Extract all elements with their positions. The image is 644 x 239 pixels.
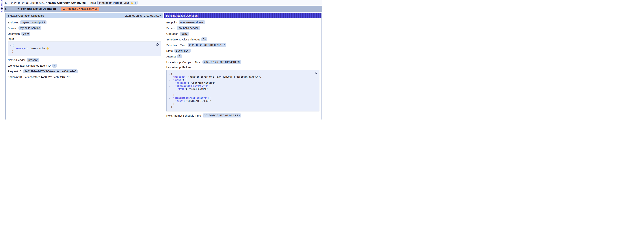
field-row: Servicemy-hello-service [166, 26, 320, 30]
field-value-badge: my-hello-service [18, 26, 41, 30]
json-text: "type": "UPSTREAM_TIMEOUT" [171, 100, 211, 103]
chevron-down-icon[interactable] [168, 96, 171, 100]
field-row: StateBackingOff [166, 49, 320, 53]
field-value-badge: 3 [178, 54, 182, 58]
field-label: State [166, 49, 173, 52]
field-row: Operationecho [8, 32, 161, 36]
scheduled-event-panel: 5 Nexus Operation Scheduled 2025-02-26 U… [5, 13, 163, 120]
event-id-link[interactable]: 5 [5, 1, 8, 4]
circle-outline-icon [1, 2, 2, 3]
pending-title: Pending Nexus Operation [21, 7, 56, 10]
field-row: Endpointmy-nexus-endpoint [8, 20, 161, 24]
field-row: Endpoint ID3c0c75ccfa8144b092c13ce632463… [8, 75, 161, 79]
json-line: "type": "UPSTREAM_TIMEOUT" [168, 100, 312, 103]
field-label: Nexus Header [8, 58, 25, 62]
json-text: } [12, 50, 14, 53]
field-label: Scheduled Time [166, 44, 186, 47]
json-gutter [9, 47, 12, 50]
field-row: Endpointmy-nexus-endpoint [166, 20, 320, 24]
panel-title: Pending Nexus Operation [166, 14, 198, 17]
json-gutter [168, 90, 171, 94]
field-label: Next Attempt Schedule Time [166, 114, 201, 117]
json-text: } [171, 90, 177, 94]
json-line: { [168, 72, 312, 76]
json-gutter [9, 50, 12, 53]
field-value-badge: 2025-02-26 UTC 01:04:10.09 [202, 60, 241, 64]
json-gutter [168, 82, 171, 84]
retry-arrow-icon [62, 8, 65, 10]
input-group-label: Input [8, 37, 161, 40]
event-id-link[interactable]: 5 [5, 7, 8, 10]
field-label: Request ID [8, 70, 22, 73]
timeline-bar [2, 0, 3, 12]
scheduled-panel-header: 5 Nexus Operation Scheduled 2025-02-26 U… [6, 13, 163, 18]
field-value-badge: BackingOff [174, 49, 191, 53]
panel-title: 5 Nexus Operation Scheduled [8, 14, 44, 17]
copy-icon [314, 71, 318, 74]
input-value-chip: {"Message":"Nexus Echo 👋"} [98, 1, 138, 5]
json-line: "message": "upstream timeout", [168, 82, 312, 84]
attempt-retry-text: Attempt 3 • Next Retry 0s [66, 7, 98, 10]
field-row: Schedule To Close Timeout0s [166, 37, 320, 41]
json-line: "nexusHandlerFailureInfo": { [168, 96, 312, 100]
field-value-badge: 2025-02-26 UTC 01:03:37.07 [188, 43, 226, 47]
json-text: "type": "NexusFailure" [171, 88, 208, 90]
json-text: "message": "upstream timeout", [171, 82, 217, 84]
attempt-retry-badge: Attempt 3 • Next Retry 0s [60, 6, 100, 11]
filled-dot-icon [1, 8, 2, 9]
json-text: { [12, 44, 14, 47]
copy-button[interactable] [156, 43, 159, 47]
pending-panel-header: Pending Nexus Operation [164, 13, 322, 18]
field-label: Endpoint [166, 21, 177, 24]
field-row: Workflow Task Completed Event ID4 [8, 64, 161, 68]
json-gutter [168, 76, 171, 78]
pending-asterisk-icon [17, 7, 20, 10]
field-row: Last Attempt Complete Time2025-02-26 UTC… [166, 60, 320, 64]
json-line: "applicationFailureInfo": { [168, 84, 312, 88]
field-value-badge: 4 [52, 64, 57, 68]
chevron-down-icon[interactable] [168, 72, 171, 76]
failure-group-label: Last Attempt Failure [166, 66, 320, 69]
failure-json-viewer: {"message": "handler error (UPSTREAM_TIM… [166, 70, 320, 112]
chevron-down-icon[interactable] [168, 78, 171, 82]
json-text: }, [171, 94, 176, 96]
copy-button[interactable] [314, 71, 318, 75]
field-label: Endpoint ID [8, 76, 22, 78]
panel-timestamp: 2025-02-26 UTC 01:03:37.07 [125, 14, 161, 17]
field-value-link[interactable]: 3c0c75ccfa8144b092c13ce632463761 [24, 76, 71, 78]
json-line: } [9, 50, 154, 53]
event-row-scheduled[interactable]: 5 2025-02-26 UTC 01:03:37.07 Nexus Opera… [4, 0, 322, 6]
field-row: Operationecho [166, 32, 320, 36]
field-value-badge: 3e829b7e-7d67-4b08-aad3-b1e868bfe9e0 [23, 69, 78, 74]
json-text: "applicationFailureInfo": { [171, 84, 212, 88]
event-row-pending[interactable]: 5 Pending Nexus Operation Attempt 3 • Ne… [4, 6, 322, 12]
json-gutter [168, 100, 171, 103]
field-value-badge: 2025-02-26 UTC 01:04:13.93 [203, 114, 241, 118]
chevron-down-icon[interactable] [168, 84, 171, 88]
json-text: { [171, 72, 172, 76]
json-text: "Message": "Nexus Echo 👋" [12, 47, 50, 50]
event-history-view: 5 2025-02-26 UTC 01:03:37.07 Nexus Opera… [0, 0, 322, 120]
field-value-badge: present [27, 58, 39, 62]
field-value-badge: my-nexus-endpoint [20, 20, 46, 24]
json-line: "message": "handler error (UPSTREAM_TIME… [168, 76, 312, 78]
field-row: Nexus Headerpresent [8, 58, 161, 62]
json-line: }, [168, 94, 312, 96]
chevron-down-icon[interactable] [9, 44, 12, 47]
field-label: Last Attempt Complete Time [166, 60, 201, 64]
json-line: } [168, 106, 312, 109]
field-row: Scheduled Time2025-02-26 UTC 01:03:37.07 [166, 43, 320, 47]
input-json-viewer: {"Message": "Nexus Echo 👋"} [8, 42, 161, 56]
field-value-badge: my-hello-service [177, 26, 200, 30]
field-value-badge: my-nexus-endpoint [179, 20, 205, 24]
json-gutter [168, 106, 171, 109]
copy-icon [156, 43, 159, 46]
scheduled-panel-content: Endpointmy-nexus-endpointServicemy-hello… [6, 18, 163, 79]
pending-panel-content: Endpointmy-nexus-endpointServicemy-hello… [164, 18, 322, 118]
field-label: Operation [166, 32, 178, 35]
json-line: } [168, 102, 312, 106]
field-label: Service [8, 26, 17, 30]
field-label: Attempt [166, 55, 176, 58]
field-value-badge: echo [22, 32, 30, 36]
json-line: "cause": { [168, 78, 312, 82]
